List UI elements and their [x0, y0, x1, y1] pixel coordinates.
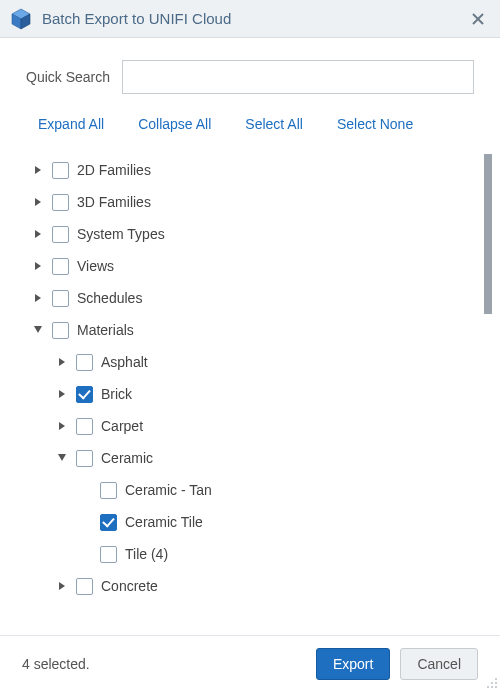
svg-marker-13 [59, 422, 65, 430]
tree-checkbox[interactable] [52, 194, 69, 211]
tree-node: Carpet [32, 410, 462, 442]
svg-marker-6 [35, 198, 41, 206]
expand-arrow-icon[interactable] [32, 196, 44, 208]
tree-checkbox[interactable] [52, 258, 69, 275]
svg-marker-5 [35, 166, 41, 174]
svg-marker-10 [34, 326, 42, 333]
window-title: Batch Export to UNIFI Cloud [42, 10, 456, 27]
svg-point-18 [495, 682, 497, 684]
expand-arrow-icon[interactable] [56, 356, 68, 368]
resize-grip-icon[interactable] [484, 675, 498, 689]
svg-marker-7 [35, 230, 41, 238]
tree-node-label: Asphalt [101, 354, 148, 370]
svg-point-20 [491, 686, 493, 688]
tree-node: Concrete [32, 570, 462, 602]
tree-node-label: Concrete [101, 578, 158, 594]
expand-arrow-icon[interactable] [56, 388, 68, 400]
search-label: Quick Search [26, 69, 110, 85]
close-icon[interactable] [466, 7, 490, 31]
tree-node-label: Carpet [101, 418, 143, 434]
tree-node: System Types [32, 218, 462, 250]
tree-node: Tile (4) [32, 538, 462, 570]
tree-checkbox[interactable] [52, 290, 69, 307]
tree-checkbox[interactable] [76, 418, 93, 435]
svg-point-21 [495, 686, 497, 688]
expand-arrow-icon[interactable] [32, 164, 44, 176]
tree-node: Ceramic - Tan [32, 474, 462, 506]
svg-point-19 [487, 686, 489, 688]
tree-node: Schedules [32, 282, 462, 314]
export-button[interactable]: Export [316, 648, 390, 680]
tree-node-label: Materials [77, 322, 134, 338]
tree-checkbox[interactable] [100, 546, 117, 563]
tree-node: 2D Families [32, 154, 462, 186]
svg-marker-12 [59, 390, 65, 398]
tree-checkbox[interactable] [76, 386, 93, 403]
expand-arrow-icon[interactable] [56, 580, 68, 592]
tree-node-label: Schedules [77, 290, 142, 306]
tree-checkbox[interactable] [52, 322, 69, 339]
tree-checkbox[interactable] [52, 226, 69, 243]
svg-point-16 [495, 678, 497, 680]
tree-checkbox[interactable] [52, 162, 69, 179]
tree-node-label: Brick [101, 386, 132, 402]
select-all-link[interactable]: Select All [245, 116, 303, 132]
collapse-all-link[interactable]: Collapse All [138, 116, 211, 132]
tree-node: Views [32, 250, 462, 282]
tree-node: Ceramic [32, 442, 462, 474]
footer: 4 selected. Export Cancel [0, 635, 500, 691]
collapse-arrow-icon[interactable] [32, 324, 44, 336]
svg-marker-15 [59, 582, 65, 590]
tree-checkbox[interactable] [76, 354, 93, 371]
svg-marker-8 [35, 262, 41, 270]
tree: 2D Families3D FamiliesSystem TypesViewsS… [26, 154, 474, 616]
select-none-link[interactable]: Select None [337, 116, 413, 132]
tree-node-label: 2D Families [77, 162, 151, 178]
search-row: Quick Search [26, 60, 474, 94]
expand-arrow-icon[interactable] [32, 260, 44, 272]
expand-arrow-icon[interactable] [32, 292, 44, 304]
tree-checkbox[interactable] [100, 514, 117, 531]
scrollbar-thumb[interactable] [484, 154, 492, 314]
tree-node: Asphalt [32, 346, 462, 378]
svg-marker-14 [58, 454, 66, 461]
tree-checkbox[interactable] [100, 482, 117, 499]
expand-all-link[interactable]: Expand All [38, 116, 104, 132]
tree-node-label: Tile (4) [125, 546, 168, 562]
tree-node-label: Ceramic Tile [125, 514, 203, 530]
tree-node-label: Ceramic - Tan [125, 482, 212, 498]
tree-node: 3D Families [32, 186, 462, 218]
tree-node-label: Views [77, 258, 114, 274]
app-icon [10, 8, 32, 30]
tree-node-label: 3D Families [77, 194, 151, 210]
svg-point-17 [491, 682, 493, 684]
search-input[interactable] [122, 60, 474, 94]
cancel-button[interactable]: Cancel [400, 648, 478, 680]
tree-node-label: System Types [77, 226, 165, 242]
expand-arrow-icon[interactable] [32, 228, 44, 240]
tree-checkbox[interactable] [76, 578, 93, 595]
selection-status: 4 selected. [22, 656, 306, 672]
tree-node: Materials [32, 314, 462, 346]
tree-checkbox[interactable] [76, 450, 93, 467]
tree-node: Brick [32, 378, 462, 410]
titlebar: Batch Export to UNIFI Cloud [0, 0, 500, 38]
svg-marker-11 [59, 358, 65, 366]
collapse-arrow-icon[interactable] [56, 452, 68, 464]
tree-actions: Expand All Collapse All Select All Selec… [26, 116, 474, 132]
svg-marker-9 [35, 294, 41, 302]
tree-node-label: Ceramic [101, 450, 153, 466]
expand-arrow-icon[interactable] [56, 420, 68, 432]
tree-node: Ceramic Tile [32, 506, 462, 538]
